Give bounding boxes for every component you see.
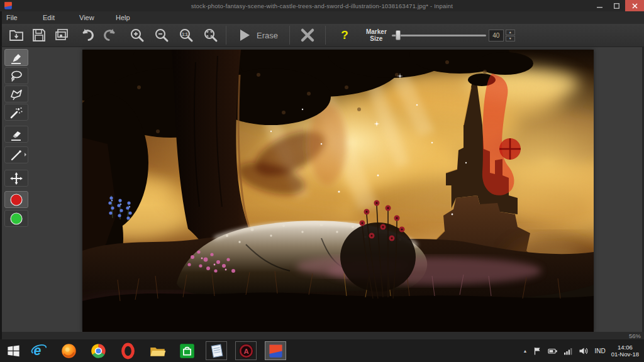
taskbar-notepad[interactable] [206,341,227,360]
window-controls [591,0,644,11]
notepad-icon [208,343,225,359]
open-button[interactable] [5,25,28,45]
svg-text:1:1: 1:1 [182,32,188,36]
zoom-out-button[interactable] [150,25,173,45]
zoom-in-button[interactable] [126,25,148,45]
taskbar-chrome[interactable] [87,341,109,360]
cancel-button[interactable] [296,25,319,45]
spinner-up-button[interactable]: ▲ [506,30,515,35]
red-a-app-icon: A [238,343,255,359]
taskbar-red-a-app[interactable]: A [235,341,257,360]
lasso-icon [9,69,24,84]
taskbar-firefox[interactable] [58,341,79,360]
taskbar: e [0,339,644,362]
open-icon [8,27,25,43]
language-indicator[interactable]: IND [594,348,605,354]
main-area [0,47,644,332]
menu-edit[interactable]: Edit [38,14,75,21]
clock-date: 01-Nov-18 [611,351,639,358]
help-button[interactable]: ? [333,25,356,45]
system-tray: ▲ IND 14:06 01-N [523,339,641,362]
erase-button-label: Erase [257,31,278,40]
network-icon[interactable] [564,346,573,356]
zoom-out-icon [153,27,170,43]
marker-size-slider-handle[interactable] [396,30,401,40]
action-center-flag-icon[interactable] [533,346,542,356]
clock[interactable]: 14:06 01-Nov-18 [611,344,641,358]
tool-eraser[interactable] [4,126,28,143]
tool-magic-wand[interactable] [4,104,28,121]
tool-move[interactable] [4,170,28,187]
toolbar-separator [325,26,326,45]
eraser-icon [9,127,24,142]
taskbar-opera[interactable] [117,341,138,360]
save-button[interactable] [28,25,50,45]
windows-logo-icon [6,344,21,358]
redo-button[interactable] [99,25,121,45]
taskbar-inpaint[interactable] [265,341,286,360]
marker-size-slider[interactable] [392,30,486,40]
run-erase-icon [238,28,252,42]
window-title: stock-photo-fantasy-scene-with-castle-tr… [0,3,644,9]
magic-wand-icon [9,105,24,120]
undo-icon [79,27,96,43]
zoom-actual-size-button[interactable]: 1:1 [175,25,197,45]
save-icon [31,27,47,43]
line-tool-dropdown-arrow-icon[interactable] [25,153,26,156]
red-circle-icon [9,192,24,207]
start-button[interactable] [0,339,26,362]
internet-explorer-icon: e [31,343,48,359]
maximize-button[interactable] [608,0,625,11]
chrome-icon [90,343,107,359]
marker-size-slider-track[interactable] [392,35,486,36]
zoom-fit-button[interactable] [199,25,222,45]
close-button[interactable] [625,0,644,11]
export-image-icon [53,27,70,43]
marker-size-label-line1: Marker [366,28,387,35]
volume-icon[interactable] [579,346,589,356]
help-question-icon: ? [341,28,348,42]
cancel-x-icon [300,28,315,43]
marker-size-label: Marker Size [366,28,387,42]
zoom-level: 56% [629,332,641,339]
tool-marker[interactable] [4,49,28,66]
marker-size-value[interactable]: 40 [489,30,504,41]
taskbar-windows-store[interactable] [176,341,197,360]
tool-polygon-lasso[interactable] [4,85,28,102]
undo-button[interactable] [76,25,99,45]
maximize-icon [614,3,619,9]
titlebar: stock-photo-fantasy-scene-with-castle-tr… [0,0,644,11]
redo-icon [102,27,118,43]
menu-help[interactable]: Help [111,14,148,21]
clock-time: 14:06 [611,344,639,351]
color-red-button[interactable] [4,191,28,208]
polygon-lasso-icon [9,87,24,102]
zoom-fit-icon [203,27,219,43]
tool-lasso[interactable] [4,67,28,84]
svg-text:A: A [243,348,248,355]
canvas-image[interactable] [82,50,594,332]
taskbar-internet-explorer[interactable]: e [28,341,50,360]
spinner-down-button[interactable]: ▼ [506,36,515,41]
export-image-button[interactable] [50,25,73,45]
erase-button[interactable]: Erase [229,25,287,45]
fantasy-scene-svg [82,50,594,332]
taskbar-file-explorer[interactable] [147,341,168,360]
menu-file[interactable]: File [2,14,38,21]
battery-icon[interactable] [548,346,558,356]
opera-icon [119,343,136,359]
color-green-button[interactable] [4,210,28,227]
minimize-button[interactable] [591,0,608,11]
menubar: File Edit View Help [0,11,644,24]
toolbar-separator [289,26,290,45]
statusbar: 56% [0,332,644,339]
tool-line[interactable] [4,146,28,163]
menu-view[interactable]: View [75,14,111,21]
minimize-icon [597,3,602,9]
toolbar-separator [226,26,226,45]
zoom-actual-size-icon: 1:1 [178,27,194,43]
hidden-icons-chevron-icon[interactable]: ▲ [523,349,527,353]
marker-size-spinner: ▲ ▼ [506,30,515,41]
marker-icon [9,50,24,65]
windows-store-icon [179,343,196,359]
